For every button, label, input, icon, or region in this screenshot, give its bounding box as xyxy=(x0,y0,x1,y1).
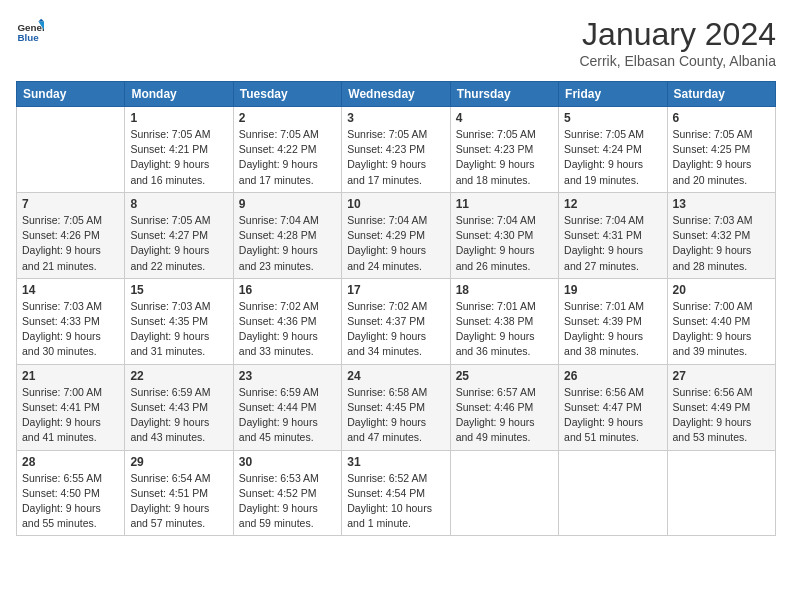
day-info: Sunrise: 7:05 AMSunset: 4:25 PMDaylight:… xyxy=(673,127,770,188)
weekday-header-row: SundayMondayTuesdayWednesdayThursdayFrid… xyxy=(17,82,776,107)
day-info: Sunrise: 6:52 AMSunset: 4:54 PMDaylight:… xyxy=(347,471,444,532)
day-number: 16 xyxy=(239,283,336,297)
day-info: Sunrise: 6:59 AMSunset: 4:44 PMDaylight:… xyxy=(239,385,336,446)
svg-marker-3 xyxy=(38,19,44,22)
day-cell xyxy=(667,450,775,536)
day-cell: 4Sunrise: 7:05 AMSunset: 4:23 PMDaylight… xyxy=(450,107,558,193)
day-number: 20 xyxy=(673,283,770,297)
day-cell: 14Sunrise: 7:03 AMSunset: 4:33 PMDayligh… xyxy=(17,278,125,364)
day-info: Sunrise: 6:57 AMSunset: 4:46 PMDaylight:… xyxy=(456,385,553,446)
day-cell: 16Sunrise: 7:02 AMSunset: 4:36 PMDayligh… xyxy=(233,278,341,364)
day-cell: 9Sunrise: 7:04 AMSunset: 4:28 PMDaylight… xyxy=(233,192,341,278)
day-cell: 13Sunrise: 7:03 AMSunset: 4:32 PMDayligh… xyxy=(667,192,775,278)
week-row-2: 7Sunrise: 7:05 AMSunset: 4:26 PMDaylight… xyxy=(17,192,776,278)
week-row-4: 21Sunrise: 7:00 AMSunset: 4:41 PMDayligh… xyxy=(17,364,776,450)
day-number: 5 xyxy=(564,111,661,125)
day-number: 17 xyxy=(347,283,444,297)
day-number: 19 xyxy=(564,283,661,297)
day-info: Sunrise: 7:05 AMSunset: 4:22 PMDaylight:… xyxy=(239,127,336,188)
day-cell: 24Sunrise: 6:58 AMSunset: 4:45 PMDayligh… xyxy=(342,364,450,450)
day-number: 18 xyxy=(456,283,553,297)
day-info: Sunrise: 6:58 AMSunset: 4:45 PMDaylight:… xyxy=(347,385,444,446)
day-number: 8 xyxy=(130,197,227,211)
day-cell: 1Sunrise: 7:05 AMSunset: 4:21 PMDaylight… xyxy=(125,107,233,193)
day-number: 2 xyxy=(239,111,336,125)
day-number: 14 xyxy=(22,283,119,297)
day-info: Sunrise: 6:59 AMSunset: 4:43 PMDaylight:… xyxy=(130,385,227,446)
day-cell: 15Sunrise: 7:03 AMSunset: 4:35 PMDayligh… xyxy=(125,278,233,364)
day-info: Sunrise: 7:05 AMSunset: 4:23 PMDaylight:… xyxy=(456,127,553,188)
day-number: 31 xyxy=(347,455,444,469)
day-number: 25 xyxy=(456,369,553,383)
day-cell: 22Sunrise: 6:59 AMSunset: 4:43 PMDayligh… xyxy=(125,364,233,450)
day-cell xyxy=(17,107,125,193)
day-info: Sunrise: 7:03 AMSunset: 4:32 PMDaylight:… xyxy=(673,213,770,274)
day-number: 30 xyxy=(239,455,336,469)
day-cell: 3Sunrise: 7:05 AMSunset: 4:23 PMDaylight… xyxy=(342,107,450,193)
location-subtitle: Cerrik, Elbasan County, Albania xyxy=(579,53,776,69)
logo: General Blue xyxy=(16,16,44,44)
day-info: Sunrise: 6:56 AMSunset: 4:49 PMDaylight:… xyxy=(673,385,770,446)
day-number: 6 xyxy=(673,111,770,125)
day-cell: 20Sunrise: 7:00 AMSunset: 4:40 PMDayligh… xyxy=(667,278,775,364)
day-info: Sunrise: 6:55 AMSunset: 4:50 PMDaylight:… xyxy=(22,471,119,532)
month-title: January 2024 xyxy=(579,16,776,53)
day-number: 15 xyxy=(130,283,227,297)
day-cell: 8Sunrise: 7:05 AMSunset: 4:27 PMDaylight… xyxy=(125,192,233,278)
day-number: 4 xyxy=(456,111,553,125)
day-info: Sunrise: 7:05 AMSunset: 4:24 PMDaylight:… xyxy=(564,127,661,188)
day-info: Sunrise: 7:05 AMSunset: 4:23 PMDaylight:… xyxy=(347,127,444,188)
day-number: 24 xyxy=(347,369,444,383)
day-cell: 26Sunrise: 6:56 AMSunset: 4:47 PMDayligh… xyxy=(559,364,667,450)
day-info: Sunrise: 7:00 AMSunset: 4:40 PMDaylight:… xyxy=(673,299,770,360)
day-cell: 2Sunrise: 7:05 AMSunset: 4:22 PMDaylight… xyxy=(233,107,341,193)
day-info: Sunrise: 7:02 AMSunset: 4:37 PMDaylight:… xyxy=(347,299,444,360)
day-info: Sunrise: 7:00 AMSunset: 4:41 PMDaylight:… xyxy=(22,385,119,446)
weekday-header-saturday: Saturday xyxy=(667,82,775,107)
day-cell: 6Sunrise: 7:05 AMSunset: 4:25 PMDaylight… xyxy=(667,107,775,193)
day-cell: 7Sunrise: 7:05 AMSunset: 4:26 PMDaylight… xyxy=(17,192,125,278)
day-info: Sunrise: 6:56 AMSunset: 4:47 PMDaylight:… xyxy=(564,385,661,446)
day-info: Sunrise: 6:54 AMSunset: 4:51 PMDaylight:… xyxy=(130,471,227,532)
day-cell: 11Sunrise: 7:04 AMSunset: 4:30 PMDayligh… xyxy=(450,192,558,278)
weekday-header-tuesday: Tuesday xyxy=(233,82,341,107)
day-cell: 28Sunrise: 6:55 AMSunset: 4:50 PMDayligh… xyxy=(17,450,125,536)
day-info: Sunrise: 7:05 AMSunset: 4:21 PMDaylight:… xyxy=(130,127,227,188)
day-number: 28 xyxy=(22,455,119,469)
day-cell: 5Sunrise: 7:05 AMSunset: 4:24 PMDaylight… xyxy=(559,107,667,193)
weekday-header-wednesday: Wednesday xyxy=(342,82,450,107)
day-number: 9 xyxy=(239,197,336,211)
week-row-1: 1Sunrise: 7:05 AMSunset: 4:21 PMDaylight… xyxy=(17,107,776,193)
day-info: Sunrise: 7:02 AMSunset: 4:36 PMDaylight:… xyxy=(239,299,336,360)
day-info: Sunrise: 7:05 AMSunset: 4:27 PMDaylight:… xyxy=(130,213,227,274)
day-cell: 12Sunrise: 7:04 AMSunset: 4:31 PMDayligh… xyxy=(559,192,667,278)
day-cell: 23Sunrise: 6:59 AMSunset: 4:44 PMDayligh… xyxy=(233,364,341,450)
day-number: 21 xyxy=(22,369,119,383)
day-number: 26 xyxy=(564,369,661,383)
day-cell: 25Sunrise: 6:57 AMSunset: 4:46 PMDayligh… xyxy=(450,364,558,450)
day-cell: 17Sunrise: 7:02 AMSunset: 4:37 PMDayligh… xyxy=(342,278,450,364)
day-cell xyxy=(559,450,667,536)
day-number: 22 xyxy=(130,369,227,383)
weekday-header-monday: Monday xyxy=(125,82,233,107)
day-info: Sunrise: 7:03 AMSunset: 4:35 PMDaylight:… xyxy=(130,299,227,360)
day-number: 1 xyxy=(130,111,227,125)
weekday-header-friday: Friday xyxy=(559,82,667,107)
day-cell: 29Sunrise: 6:54 AMSunset: 4:51 PMDayligh… xyxy=(125,450,233,536)
day-info: Sunrise: 7:04 AMSunset: 4:29 PMDaylight:… xyxy=(347,213,444,274)
page-header: General Blue January 2024 Cerrik, Elbasa… xyxy=(16,16,776,69)
week-row-3: 14Sunrise: 7:03 AMSunset: 4:33 PMDayligh… xyxy=(17,278,776,364)
day-number: 7 xyxy=(22,197,119,211)
day-cell: 27Sunrise: 6:56 AMSunset: 4:49 PMDayligh… xyxy=(667,364,775,450)
day-info: Sunrise: 7:04 AMSunset: 4:30 PMDaylight:… xyxy=(456,213,553,274)
day-cell: 18Sunrise: 7:01 AMSunset: 4:38 PMDayligh… xyxy=(450,278,558,364)
day-cell: 19Sunrise: 7:01 AMSunset: 4:39 PMDayligh… xyxy=(559,278,667,364)
title-block: January 2024 Cerrik, Elbasan County, Alb… xyxy=(579,16,776,69)
calendar-table: SundayMondayTuesdayWednesdayThursdayFrid… xyxy=(16,81,776,536)
logo-icon: General Blue xyxy=(16,16,44,44)
day-info: Sunrise: 6:53 AMSunset: 4:52 PMDaylight:… xyxy=(239,471,336,532)
day-number: 11 xyxy=(456,197,553,211)
day-number: 27 xyxy=(673,369,770,383)
day-cell: 10Sunrise: 7:04 AMSunset: 4:29 PMDayligh… xyxy=(342,192,450,278)
day-info: Sunrise: 7:04 AMSunset: 4:28 PMDaylight:… xyxy=(239,213,336,274)
